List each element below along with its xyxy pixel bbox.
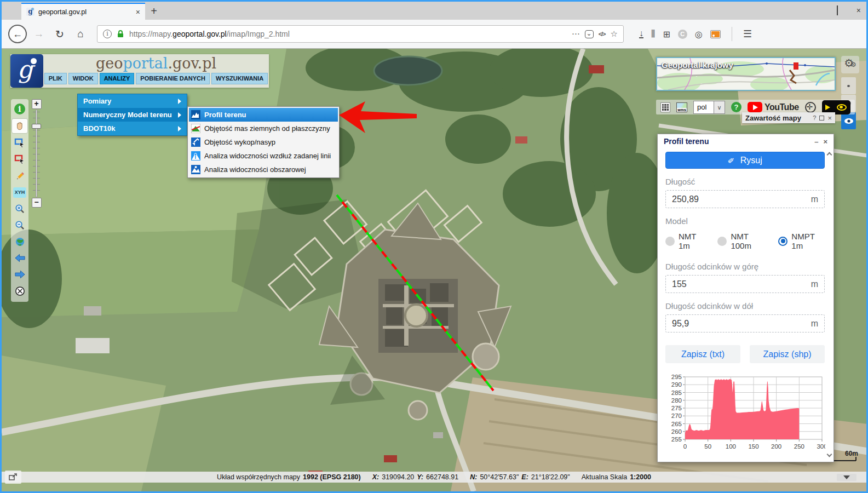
identify-tool-button[interactable]: i <box>13 102 26 116</box>
menu-analizy[interactable]: ANALIZY <box>100 73 135 84</box>
map-contents-bar[interactable]: Zawartość mapy ? × <box>742 112 835 123</box>
select-area-tool-button[interactable] <box>13 153 26 166</box>
elevation-profile-chart: 2552602652702752802852902950501001502002… <box>665 371 825 456</box>
library-icon[interactable]: ⫼ <box>651 29 655 39</box>
extension-badge-icon[interactable]: C <box>678 30 687 39</box>
window-maximize-button[interactable] <box>837 7 838 14</box>
settings-gear-button[interactable]: ⚙⚙ <box>841 56 859 73</box>
reload-button[interactable]: ↻ <box>51 25 68 43</box>
back-button[interactable]: ← <box>8 25 27 43</box>
forward-button[interactable]: → <box>30 25 48 43</box>
overview-map[interactable]: Geoportal krajowy <box>656 57 836 91</box>
magnifier-minus-icon <box>15 220 25 231</box>
menu-wyszukiwania[interactable]: WYSZUKIWANIA <box>211 73 268 84</box>
xyh-coordinates-button[interactable]: XYH <box>13 186 26 199</box>
panel-header[interactable]: Profil terenu – × <box>658 134 833 148</box>
screenshot-addon-icon[interactable] <box>710 30 721 38</box>
svg-text:200: 200 <box>771 443 781 450</box>
page-info-icon[interactable]: i <box>103 30 112 38</box>
wheel-icon[interactable] <box>805 102 816 113</box>
segments-down-field[interactable]: 95,9 m <box>665 314 825 333</box>
menu-item-bdot10k[interactable]: BDOT10k <box>78 122 187 135</box>
save-txt-button[interactable]: Zapisz (txt) <box>665 345 740 363</box>
previous-view-button[interactable] <box>13 251 26 265</box>
submenu-item-profil-terenu[interactable]: Profil terenu <box>189 108 338 122</box>
submenu-item-analiza-widocznosci-obszar[interactable]: Analiza widoczności obszarowej <box>189 163 338 176</box>
measure-window-button[interactable] <box>5 471 21 484</box>
bookmark-star-icon[interactable]: ☆ <box>611 29 618 39</box>
panel-scroll-down[interactable] <box>826 452 832 458</box>
language-select[interactable]: pol∨ <box>693 101 725 114</box>
full-extent-button[interactable] <box>13 235 26 248</box>
pan-tool-button[interactable] <box>12 119 27 133</box>
submenu-arrow-icon <box>178 112 181 118</box>
zoom-in-tool-button[interactable] <box>13 202 26 215</box>
radio-nmt-100m[interactable]: NMT 100m <box>717 232 767 250</box>
geoportal-logo[interactable]: g <box>10 54 43 88</box>
sidebar-icon[interactable]: ⊞ <box>663 29 670 39</box>
help-button[interactable]: ? <box>731 102 741 112</box>
svg-text:0: 0 <box>683 443 687 450</box>
radio-nmpt-1m[interactable]: NMPT 1m <box>778 232 825 250</box>
submenu-item-objetosc-wykop-nasyp[interactable]: Objętość wykop/nasyp <box>189 135 338 149</box>
panel-minimize-button[interactable]: – <box>814 137 818 146</box>
zoom-in-button[interactable]: + <box>32 99 42 109</box>
length-unit: m <box>811 194 818 204</box>
site-favicon-icon: g <box>26 8 35 16</box>
submenu-arrow-icon <box>178 126 181 131</box>
zoom-out-tool-button[interactable] <box>13 219 26 232</box>
coord-y: 662748.91 <box>426 473 458 481</box>
arrow-right-icon <box>15 270 25 279</box>
geoportal-header: g geoportal.gov.pl PLIK WIDOK ANALIZY PO… <box>10 54 269 88</box>
pocket-icon[interactable]: ⌄ <box>585 30 594 38</box>
length-field[interactable]: 250,89 m <box>665 190 825 208</box>
hamburger-menu-icon[interactable]: ☰ <box>743 28 752 40</box>
draw-profile-button[interactable]: ✏ Rysuj <box>665 152 825 169</box>
submenu-item-analiza-widocznosci-linia[interactable]: Analiza widoczności wzdłuż zadanej linii <box>189 149 338 163</box>
zoom-out-button[interactable]: − <box>32 198 42 208</box>
url-bar[interactable]: i https://mapy.geoportal.gov.pl/imap/Img… <box>97 25 624 43</box>
segments-up-field[interactable]: 155 m <box>665 275 825 293</box>
draw-tool-button[interactable] <box>13 169 26 182</box>
menu-item-pomiary[interactable]: Pomiary <box>78 94 187 108</box>
model-label: Model <box>665 216 825 226</box>
page-actions-icon[interactable]: ⋯ <box>572 29 580 39</box>
menu-item-numeryczny-model-terenu[interactable]: Numeryczny Model terenu <box>78 108 187 122</box>
menu-widok[interactable]: WIDOK <box>68 73 98 84</box>
save-shp-button[interactable]: Zapisz (shp) <box>750 345 825 363</box>
radio-nmt-1m[interactable]: NMT 1m <box>665 232 706 250</box>
home-button[interactable]: ⌂ <box>72 25 89 43</box>
next-view-button[interactable] <box>13 268 26 281</box>
devtools-icon[interactable]: </> <box>599 31 606 37</box>
legend-grid-icon[interactable] <box>660 102 670 112</box>
zoom-box-tool-button[interactable] <box>13 136 26 150</box>
wms-icon[interactable]: wms <box>676 102 687 112</box>
zoom-slider-track[interactable] <box>31 110 42 197</box>
overview-dot-button[interactable] <box>841 77 856 94</box>
pencil-icon <box>15 171 25 181</box>
svg-text:260: 260 <box>671 428 682 435</box>
contents-maximize-button[interactable] <box>819 116 824 121</box>
menu-pobieranie-danych[interactable]: POBIERANIE DANYCH <box>136 73 210 84</box>
panel-close-button[interactable]: × <box>823 137 827 146</box>
overview-visibility-button[interactable] <box>841 112 856 129</box>
coord-x: 319094.20 <box>382 473 414 481</box>
window-close-button[interactable]: × <box>856 7 861 14</box>
contents-help-button[interactable]: ? <box>813 114 816 121</box>
statusbar-collapse-button[interactable] <box>837 474 856 481</box>
account-icon[interactable]: ◎ <box>695 29 703 39</box>
browser-tab[interactable]: g geoportal.gov.pl × <box>21 3 145 20</box>
tab-close-icon[interactable]: × <box>136 8 140 16</box>
map-tool-palette: i XYH <box>11 99 28 302</box>
contents-close-button[interactable]: × <box>827 114 832 122</box>
panel-scroll-up[interactable] <box>826 151 832 157</box>
menu-plik[interactable]: PLIK <box>44 73 67 84</box>
download-icon[interactable]: ↓ <box>639 30 643 38</box>
new-tab-button[interactable]: + <box>145 3 163 20</box>
zoom-slider-handle[interactable] <box>32 124 41 129</box>
clear-selection-button[interactable] <box>13 284 26 297</box>
submenu-item-objetosc-mas-ziemnych[interactable]: Objętość mas ziemnych od płaszczyzny <box>189 122 338 135</box>
youtube-link[interactable]: YouTube <box>748 102 799 112</box>
geoportal-title: geoportal.gov.pl <box>96 55 216 72</box>
hand-icon <box>15 121 25 131</box>
